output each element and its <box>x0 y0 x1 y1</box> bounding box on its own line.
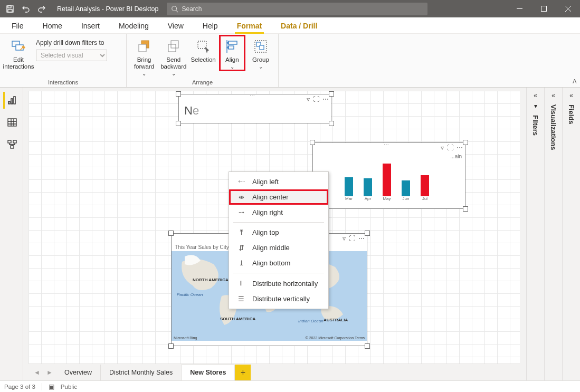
more-icon[interactable]: ⋯ <box>358 235 365 242</box>
ribbon-group-arrange: Arrange <box>127 79 278 87</box>
maximize-button[interactable] <box>531 0 556 17</box>
group-button[interactable]: Group⌄ <box>249 36 273 70</box>
svg-rect-6 <box>16 45 23 50</box>
edit-interactions-label: Editinteractions <box>3 56 34 70</box>
selection-icon <box>195 38 212 55</box>
search-box[interactable]: Search <box>167 3 427 15</box>
data-view-icon[interactable] <box>3 114 20 131</box>
align-right-item[interactable]: ⤍Align right <box>229 205 328 220</box>
tab-insert[interactable]: Insert <box>79 18 102 33</box>
send-backward-button[interactable]: Sendbackward ⌄ <box>160 36 186 77</box>
align-label: Align⌄ <box>225 56 239 70</box>
align-top-item[interactable]: ⤒Align top <box>229 225 328 240</box>
visualizations-pane[interactable]: « Visualizations <box>544 88 562 380</box>
send-backward-icon <box>165 38 182 55</box>
chevron-left-icon: « <box>534 92 537 99</box>
sensitivity-icon[interactable]: ▣ <box>49 383 54 390</box>
edit-interactions-button[interactable]: Editinteractions <box>5 36 32 70</box>
align-bottom-item[interactable]: ⤓Align bottom <box>229 255 328 271</box>
tab-format[interactable]: Format <box>235 18 264 33</box>
page-tabs: ◄ ► Overview District Monthly Sales New … <box>28 364 520 380</box>
align-menu: ⬸Align left ⇹Align center ⤍Align right ⤒… <box>229 171 329 309</box>
distribute-h-item[interactable]: ⫴Distribute horizontally <box>229 275 328 291</box>
map-label: NORTH AMERICA <box>193 278 229 282</box>
align-right-icon: ⤍ <box>236 208 246 216</box>
drag-handle-icon[interactable]: ⋯ <box>384 141 394 145</box>
align-top-icon: ⤒ <box>236 228 246 236</box>
tab-file[interactable]: File <box>9 18 26 33</box>
focus-icon[interactable]: ⛶ <box>447 144 453 151</box>
more-icon[interactable]: ⋯ <box>322 95 329 103</box>
menu-bar: File Home Insert Modeling View Help Form… <box>0 17 580 34</box>
page-tab-new-stores[interactable]: New Stores <box>182 365 235 380</box>
bring-forward-button[interactable]: Bringforward ⌄ <box>132 36 156 77</box>
title-visual-text: Ne <box>179 104 331 118</box>
redo-icon[interactable] <box>35 2 49 16</box>
svg-rect-18 <box>11 99 13 104</box>
undo-icon[interactable] <box>19 2 33 16</box>
group-label: Group⌄ <box>252 56 269 70</box>
selection-label: Selection <box>191 56 215 63</box>
svg-rect-8 <box>139 44 146 52</box>
map-label: SOUTH AMERICA <box>220 317 255 321</box>
filter-icon[interactable]: ▿ <box>441 144 444 151</box>
filter-icon[interactable]: ▿ <box>307 95 310 103</box>
axis-label: Jun <box>402 196 410 201</box>
ribbon-collapse-icon[interactable]: ᐱ <box>573 78 577 85</box>
search-icon <box>171 5 178 13</box>
selection-button[interactable]: Selection <box>191 36 215 63</box>
svg-rect-21 <box>8 140 11 143</box>
page-tab-overview[interactable]: Overview <box>56 365 101 380</box>
filters-pane[interactable]: « ▾ Filters <box>526 88 544 380</box>
distribute-h-label: Distribute horizontally <box>252 280 318 288</box>
bring-forward-label: Bringforward ⌄ <box>132 56 156 77</box>
ribbon: Editinteractions Apply drill down filter… <box>0 34 580 88</box>
align-left-item[interactable]: ⬸Align left <box>229 174 328 189</box>
funnel-icon: ▾ <box>534 102 537 110</box>
more-icon[interactable]: ⋯ <box>457 144 463 151</box>
model-view-icon[interactable] <box>3 136 20 153</box>
page-tab-district[interactable]: District Monthly Sales <box>101 365 182 380</box>
align-top-label: Align top <box>252 228 279 236</box>
svg-point-3 <box>172 6 177 11</box>
map-ocean-label: Indian Ocean <box>298 319 324 323</box>
axis-label: Apr <box>364 196 372 201</box>
align-center-item[interactable]: ⇹Align center <box>229 189 328 205</box>
align-middle-item[interactable]: ⇵Align middle <box>229 240 328 255</box>
filters-label: Filters <box>531 113 539 136</box>
tab-nav-prev[interactable]: ◄ <box>31 369 43 376</box>
drill-filters-label: Apply drill down filters to <box>36 39 110 46</box>
bar <box>383 164 391 196</box>
bar <box>402 180 410 196</box>
map-ocean-label: Pacific Ocean <box>177 292 203 297</box>
minimize-button[interactable] <box>507 0 531 17</box>
bar-chart-visual[interactable]: ⋯ ▿⛶⋯ ...ain Mar Apr May Jun Jul <box>312 142 465 209</box>
align-button[interactable]: Align⌄ <box>220 36 244 70</box>
tab-nav-next[interactable]: ► <box>43 369 56 376</box>
axis-label: Mar <box>345 196 353 201</box>
map-copyright: © 2022 Microsoft Corporation Terms <box>306 336 365 340</box>
drag-handle-icon[interactable]: ⋯ <box>250 93 260 96</box>
save-icon[interactable] <box>3 2 17 16</box>
distribute-v-item[interactable]: ☰Distribute vertically <box>229 291 328 307</box>
drill-filters-select[interactable]: Selected visual <box>36 50 107 61</box>
edit-interactions-icon <box>10 38 27 55</box>
filter-icon[interactable]: ▿ <box>343 235 346 242</box>
window-title: Retail Analysis - Power BI Desktop <box>52 5 164 13</box>
close-button[interactable] <box>556 0 580 17</box>
align-bottom-label: Align bottom <box>252 259 290 267</box>
tab-view[interactable]: View <box>166 18 186 33</box>
focus-icon[interactable]: ⛶ <box>313 95 319 103</box>
title-visual[interactable]: ⋯ ▿⛶⋯ Ne <box>178 94 331 123</box>
tab-help[interactable]: Help <box>201 18 220 33</box>
sensitivity-label: Public <box>61 384 77 390</box>
svg-rect-19 <box>14 97 15 104</box>
align-center-icon: ⇹ <box>236 193 246 201</box>
add-page-button[interactable]: + <box>235 365 251 380</box>
tab-home[interactable]: Home <box>41 18 64 33</box>
focus-icon[interactable]: ⛶ <box>349 235 355 242</box>
report-view-icon[interactable] <box>3 92 20 109</box>
tab-modeling[interactable]: Modeling <box>117 18 151 33</box>
fields-pane[interactable]: « Fields <box>562 88 580 380</box>
tab-data-drill[interactable]: Data / Drill <box>279 18 319 33</box>
